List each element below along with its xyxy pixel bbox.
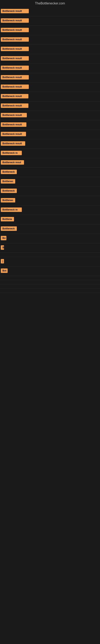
bottleneck-result-bar[interactable]: Bottleneck bbox=[1, 188, 17, 193]
list-item: Bottleneck re bbox=[0, 206, 100, 215]
site-title: TheBottlenecker.com bbox=[0, 0, 100, 7]
list-item bbox=[0, 280, 100, 284]
list-item: Bottlene bbox=[0, 215, 100, 224]
list-item: Bottleneck result bbox=[0, 120, 100, 130]
list-item: Bottleneck result bbox=[0, 130, 100, 139]
list-item: Bottlenec bbox=[0, 177, 100, 186]
bottleneck-result-bar[interactable]: Bottleneck result bbox=[1, 122, 26, 127]
list-item: Bottleneck result bbox=[0, 92, 100, 102]
list-item: Bottleneck result bbox=[0, 35, 100, 45]
list-item: Bo bbox=[0, 234, 100, 243]
list-item: B bbox=[0, 243, 100, 253]
bottleneck-result-bar[interactable]: Bottleneck re bbox=[1, 151, 22, 155]
bottleneck-result-bar[interactable]: Bottleneck result bbox=[1, 47, 29, 51]
bottleneck-result-bar[interactable]: Bottleneck result bbox=[1, 66, 29, 70]
list-item: Bottleneck result bbox=[0, 7, 100, 16]
list-item: Bottleneck result bbox=[0, 102, 100, 111]
bottleneck-result-bar[interactable]: Bottlene bbox=[1, 217, 14, 222]
rows-container: Bottleneck resultBottleneck resultBottle… bbox=[0, 7, 100, 293]
bottleneck-result-bar[interactable]: Bottleneck bbox=[1, 226, 17, 231]
list-item: Bottleneck bbox=[0, 224, 100, 234]
list-item: Bottleneck result bbox=[0, 73, 100, 82]
list-item: Bottleneck bbox=[0, 168, 100, 177]
list-item: Bottleneck result bbox=[0, 26, 100, 35]
bottleneck-result-bar[interactable]: B bbox=[1, 245, 4, 250]
list-item: Bottleneck result bbox=[0, 45, 100, 54]
bottleneck-result-bar[interactable]: Bottleneck bbox=[1, 170, 17, 174]
bottleneck-result-bar[interactable]: Bottleneck result bbox=[1, 84, 29, 89]
list-item: | bbox=[0, 257, 100, 266]
bottleneck-result-bar[interactable]: Bottleneck result bbox=[1, 28, 29, 32]
bottleneck-result-bar[interactable]: Bottleneck result bbox=[1, 18, 29, 23]
bottleneck-result-bar[interactable]: Bottleneck result bbox=[1, 104, 28, 108]
bottleneck-result-bar[interactable]: Bottleneck result bbox=[1, 9, 29, 13]
bottleneck-result-bar[interactable]: Bottleneck result bbox=[1, 75, 29, 80]
list-item: Bottleneck resul bbox=[0, 158, 100, 168]
bottleneck-result-bar[interactable]: Bottleneck resul bbox=[1, 160, 24, 164]
list-item: Bottleneck bbox=[0, 186, 100, 196]
bottleneck-result-bar[interactable]: Bottleneck re bbox=[1, 208, 22, 212]
list-item: Bottleneck re bbox=[0, 149, 100, 158]
list-item bbox=[0, 276, 100, 280]
list-item bbox=[0, 284, 100, 288]
bottleneck-result-bar[interactable]: Bottleneck result bbox=[1, 94, 28, 98]
bottleneck-result-bar[interactable]: Bottleneck result bbox=[1, 56, 29, 60]
list-item: Bottleneck result bbox=[0, 111, 100, 120]
bottleneck-result-bar[interactable]: Bottleneck result bbox=[1, 113, 27, 117]
list-item: Bottleneck result bbox=[0, 82, 100, 92]
list-item: Bottleneck result bbox=[0, 139, 100, 149]
bottleneck-result-bar[interactable]: Bot bbox=[1, 268, 8, 273]
list-item: Bottleneck result bbox=[0, 16, 100, 26]
bottleneck-result-bar[interactable]: Bottleneck result bbox=[1, 37, 29, 42]
site-header: TheBottlenecker.com bbox=[0, 0, 100, 7]
bottleneck-result-bar[interactable]: Bo bbox=[1, 236, 6, 240]
bottleneck-result-bar[interactable]: Bottleneck result bbox=[1, 132, 26, 136]
bottleneck-result-bar[interactable]: | bbox=[1, 259, 4, 264]
bottleneck-result-bar[interactable]: Bottleneck result bbox=[1, 141, 25, 146]
list-item: Bottleneck result bbox=[0, 54, 100, 64]
list-item: Bottlenec bbox=[0, 196, 100, 206]
list-item: Bot bbox=[0, 266, 100, 276]
bottleneck-result-bar[interactable]: Bottlenec bbox=[1, 179, 15, 184]
list-item bbox=[0, 288, 100, 293]
list-item: Bottleneck result bbox=[0, 64, 100, 73]
list-item bbox=[0, 253, 100, 257]
bottleneck-result-bar[interactable]: Bottlenec bbox=[1, 198, 15, 202]
